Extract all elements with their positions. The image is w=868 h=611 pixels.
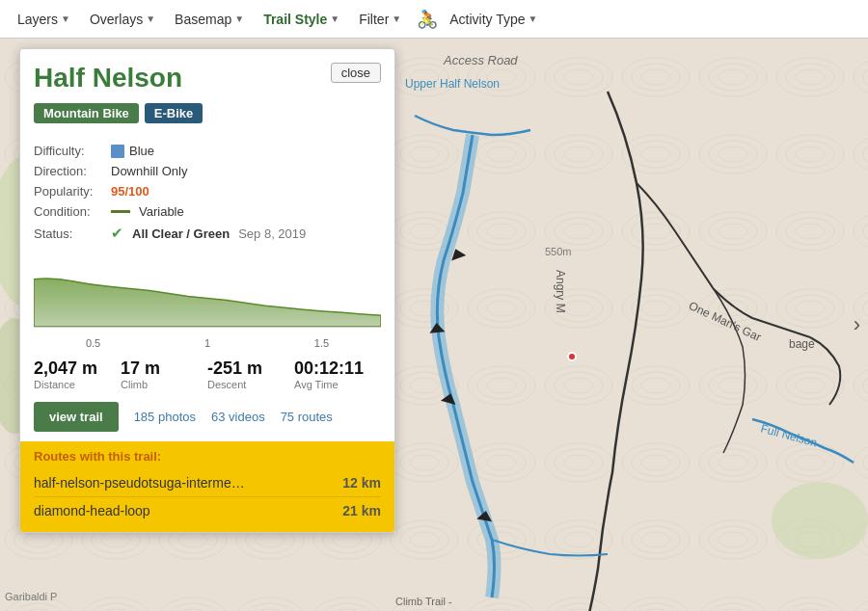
- nav-label-trail-style: Trail Style: [263, 12, 327, 27]
- difficulty-label: Difficulty:: [34, 144, 111, 158]
- videos-link[interactable]: 63 videos: [211, 410, 265, 424]
- route-item-0[interactable]: half-nelson-pseudotsuga-interme… 12 km: [34, 469, 381, 497]
- stat-climb: 17 m Climb: [121, 359, 207, 390]
- routes-header: Routes with this trail:: [34, 449, 381, 464]
- panel-header: Half Nelson close Mountain Bike E-Bike: [20, 49, 394, 141]
- chevron-layers-icon: ▼: [61, 13, 70, 24]
- direction-label: Direction:: [34, 164, 111, 178]
- stat-distance-label: Distance: [34, 379, 121, 390]
- stat-descent-label: Descent: [207, 379, 294, 390]
- action-row: view trail 185 photos 63 videos 75 route…: [20, 398, 394, 441]
- detail-row-popularity: Popularity: 95/100: [34, 181, 381, 201]
- view-trail-button[interactable]: view trail: [34, 402, 119, 432]
- nav-item-trail-style[interactable]: Trail Style ▼: [256, 8, 347, 31]
- stat-avg-time-value: 00:12:11: [294, 359, 381, 379]
- stat-avg-time-label: Avg Time: [294, 379, 381, 390]
- status-value: ✔ All Clear / Green Sep 8, 2019: [111, 225, 306, 242]
- stats-row: 2,047 m Distance 17 m Climb -251 m Desce…: [20, 351, 394, 398]
- chevron-activity-type-icon: ▼: [529, 13, 538, 24]
- detail-row-condition: Condition: Variable: [34, 201, 381, 222]
- condition-label: Condition:: [34, 204, 111, 219]
- routes-section: Routes with this trail: half-nelson-pseu…: [20, 441, 394, 532]
- nav-label-layers: Layers: [17, 12, 58, 27]
- bike-icon: 🚴: [417, 9, 438, 30]
- chart-label-0: 0.5: [86, 337, 100, 349]
- stat-distance: 2,047 m Distance: [34, 359, 121, 390]
- nav-label-filter: Filter: [359, 12, 389, 27]
- map-location-dot: [567, 352, 577, 361]
- tag-mountain-bike: Mountain Bike: [34, 103, 139, 123]
- stat-climb-label: Climb: [121, 379, 207, 390]
- stat-avg-time: 00:12:11 Avg Time: [294, 359, 381, 390]
- stat-climb-value: 17 m: [121, 359, 207, 379]
- trail-tags: Mountain Bike E-Bike: [34, 103, 381, 123]
- tag-ebike: E-Bike: [145, 103, 203, 123]
- chevron-overlays-icon: ▼: [146, 13, 155, 24]
- detail-row-difficulty: Difficulty: Blue: [34, 141, 381, 161]
- chevron-trail-style-icon: ▼: [330, 13, 339, 24]
- route-dist-0: 12 km: [342, 475, 381, 491]
- nav-item-filter[interactable]: Filter ▼: [351, 8, 409, 31]
- photos-link[interactable]: 185 photos: [134, 410, 196, 424]
- difficulty-blue-icon: [111, 145, 124, 158]
- difficulty-value: Blue: [111, 144, 154, 158]
- nav-item-activity-type[interactable]: Activity Type ▼: [442, 8, 545, 31]
- stat-descent-value: -251 m: [207, 359, 294, 379]
- popularity-label: Popularity:: [34, 184, 111, 199]
- chart-label-2: 1.5: [314, 337, 329, 349]
- close-button[interactable]: close: [331, 63, 381, 83]
- route-dist-1: 21 km: [342, 503, 381, 518]
- chart-label-1: 1: [204, 337, 210, 349]
- nav-label-basemap: Basemap: [175, 12, 231, 27]
- chevron-filter-icon: ▼: [392, 13, 401, 24]
- map-next-arrow[interactable]: ›: [854, 312, 860, 337]
- route-name-0: half-nelson-pseudotsuga-interme…: [34, 475, 245, 491]
- direction-value: Downhill Only: [111, 164, 187, 178]
- trail-panel: Half Nelson close Mountain Bike E-Bike D…: [19, 48, 395, 533]
- nav-item-basemap[interactable]: Basemap ▼: [167, 8, 252, 31]
- route-name-1: diamond-head-loop: [34, 503, 150, 518]
- nav-label-activity-type: Activity Type: [449, 12, 525, 27]
- route-item-1[interactable]: diamond-head-loop 21 km: [34, 497, 381, 524]
- panel-details: Difficulty: Blue Direction: Downhill Onl…: [20, 141, 394, 252]
- detail-row-status: Status: ✔ All Clear / Green Sep 8, 2019: [34, 222, 381, 245]
- elevation-svg: [34, 260, 381, 327]
- stat-distance-value: 2,047 m: [34, 359, 121, 379]
- nav-item-layers[interactable]: Layers ▼: [10, 8, 78, 31]
- status-label: Status:: [34, 226, 111, 241]
- svg-point-7: [772, 482, 868, 559]
- status-check-icon: ✔: [111, 225, 123, 242]
- nav-label-overlays: Overlays: [90, 12, 143, 27]
- condition-value: Variable: [111, 204, 184, 219]
- elevation-chart: [34, 260, 381, 328]
- chevron-basemap-icon: ▼: [234, 13, 244, 24]
- chart-labels: 0.5 1 1.5: [20, 335, 394, 351]
- top-navigation: Layers ▼ Overlays ▼ Basemap ▼ Trail Styl…: [0, 0, 868, 39]
- trail-title: Half Nelson: [34, 63, 381, 93]
- nav-item-overlays[interactable]: Overlays ▼: [82, 8, 163, 31]
- popularity-value: 95/100: [111, 184, 149, 199]
- stat-descent: -251 m Descent: [207, 359, 294, 390]
- detail-row-direction: Direction: Downhill Only: [34, 161, 381, 181]
- condition-dash-icon: [111, 210, 130, 213]
- routes-link[interactable]: 75 routes: [281, 410, 333, 424]
